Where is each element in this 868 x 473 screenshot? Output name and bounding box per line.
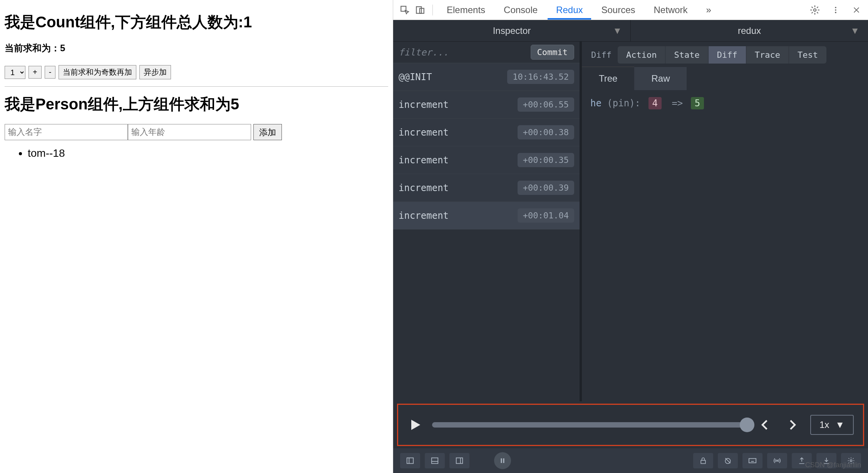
- person-inputs: 添加: [5, 124, 388, 140]
- chevron-down-icon: ▼: [850, 25, 860, 36]
- svg-rect-15: [701, 460, 705, 463]
- play-button[interactable]: [407, 417, 423, 433]
- svg-point-3: [814, 8, 816, 11]
- svg-rect-17: [749, 459, 756, 463]
- svg-point-5: [835, 9, 836, 11]
- increment-if-odd-button[interactable]: 当前求和为奇数再加: [59, 65, 136, 79]
- count-select[interactable]: 1: [5, 66, 25, 79]
- view-tab-test[interactable]: Test: [789, 46, 826, 64]
- separator: [432, 5, 433, 15]
- devtools-tabs: Elements Console Redux Sources Network »: [393, 0, 868, 20]
- tab-elements[interactable]: Elements: [438, 1, 494, 19]
- prev-button[interactable]: [756, 416, 774, 434]
- diff-old-value: 4: [648, 97, 662, 109]
- view-tab-action[interactable]: Action: [618, 46, 665, 64]
- redux-main: Commit @@INIT 10:16:43.52 increment +00:…: [393, 42, 868, 401]
- action-list: @@INIT 10:16:43.52 increment +00:06.55 i…: [393, 63, 580, 401]
- panel-bottom-icon[interactable]: [425, 453, 445, 468]
- svg-rect-1: [416, 7, 421, 13]
- name-input[interactable]: [5, 124, 128, 140]
- chevron-down-icon: ▼: [835, 419, 845, 430]
- tab-console[interactable]: Console: [495, 1, 546, 19]
- app-panel: 我是Count组件,下方组件总人数为:1 当前求和为：5 1 + - 当前求和为…: [0, 0, 393, 473]
- selector-row: Inspector ▼ redux ▼: [393, 20, 868, 42]
- view-tab-trace[interactable]: Trace: [746, 46, 789, 64]
- watermark: CSDN @fanjianlin: [805, 461, 861, 469]
- panel-left-icon[interactable]: [400, 453, 420, 468]
- timer-off-icon[interactable]: [718, 453, 738, 468]
- list-item: tom--18: [28, 147, 388, 159]
- subview-raw[interactable]: Raw: [634, 67, 687, 90]
- instance-selector[interactable]: redux ▼: [631, 20, 868, 41]
- action-item[interactable]: @@INIT 10:16:43.52: [393, 63, 580, 91]
- close-icon[interactable]: [850, 3, 863, 17]
- pause-button[interactable]: [494, 452, 511, 469]
- inspect-element-icon[interactable]: [398, 3, 412, 17]
- tab-more[interactable]: »: [698, 1, 720, 19]
- action-item[interactable]: increment +00:01.04: [393, 202, 580, 230]
- action-column: Commit @@INIT 10:16:43.52 increment +00:…: [393, 42, 582, 401]
- filter-input[interactable]: [399, 47, 527, 58]
- svg-point-23: [776, 460, 778, 461]
- kebab-icon[interactable]: [829, 3, 843, 17]
- svg-point-6: [835, 12, 836, 13]
- diff-new-value: 5: [691, 97, 704, 109]
- count-heading: 我是Count组件,下方组件总人数为:1: [5, 12, 388, 33]
- svg-rect-13: [501, 458, 502, 463]
- action-item[interactable]: increment +00:00.35: [393, 146, 580, 174]
- inspector-selector[interactable]: Inspector ▼: [393, 20, 631, 41]
- subview-tree[interactable]: Tree: [582, 67, 634, 90]
- action-item[interactable]: increment +00:06.55: [393, 91, 580, 119]
- svg-rect-9: [432, 458, 438, 464]
- next-button[interactable]: [783, 416, 801, 434]
- subview-tabs: Tree Raw: [582, 66, 868, 90]
- svg-rect-14: [503, 458, 504, 463]
- broadcast-icon[interactable]: [767, 453, 787, 468]
- inspect-column: Diff Action State Diff Trace Test Tree R…: [582, 42, 868, 401]
- svg-point-4: [835, 7, 836, 8]
- diff-content: he (pin): 4 => 5: [582, 90, 868, 401]
- tab-network[interactable]: Network: [645, 1, 696, 19]
- gear-icon[interactable]: [808, 3, 822, 17]
- keyboard-icon[interactable]: [742, 453, 762, 468]
- view-tab-state[interactable]: State: [665, 46, 708, 64]
- sum-line: 当前求和为：5: [5, 42, 388, 54]
- chevron-down-icon: ▼: [613, 25, 622, 36]
- filter-row: Commit: [393, 42, 580, 63]
- count-controls: 1 + - 当前求和为奇数再加 异步加: [5, 65, 388, 79]
- divider: [5, 86, 388, 87]
- view-tabs: Diff Action State Diff Trace Test: [582, 42, 868, 63]
- svg-rect-7: [407, 458, 414, 464]
- svg-rect-11: [456, 458, 463, 464]
- increment-button[interactable]: +: [28, 66, 42, 79]
- add-person-button[interactable]: 添加: [253, 124, 282, 140]
- view-tab-group: Action State Diff Trace Test: [618, 46, 826, 64]
- diff-key: he: [590, 98, 602, 109]
- diff-arrow: =>: [672, 98, 683, 109]
- view-label: Diff: [586, 46, 616, 64]
- device-toggle-icon[interactable]: [413, 3, 427, 17]
- person-list: tom--18: [28, 147, 388, 159]
- person-heading: 我是Person组件,上方组件求和为5: [5, 94, 388, 115]
- playback-bar: 1x ▼: [397, 404, 864, 446]
- tab-redux[interactable]: Redux: [548, 1, 591, 19]
- increment-async-button[interactable]: 异步加: [139, 65, 171, 79]
- slider-thumb[interactable]: [740, 418, 754, 432]
- action-item[interactable]: increment +00:00.38: [393, 119, 580, 146]
- panel-right-icon[interactable]: [449, 453, 469, 468]
- age-input[interactable]: [128, 124, 251, 140]
- redux-panel: Inspector ▼ redux ▼ Commit @@INIT 10:16:…: [393, 20, 868, 473]
- decrement-button[interactable]: -: [45, 66, 56, 79]
- commit-button[interactable]: Commit: [531, 45, 574, 60]
- lock-icon[interactable]: [693, 453, 713, 468]
- devtools: Elements Console Redux Sources Network »…: [393, 0, 868, 473]
- tab-sources[interactable]: Sources: [593, 1, 643, 19]
- diff-pin: (pin):: [607, 98, 640, 109]
- speed-selector[interactable]: 1x ▼: [810, 415, 854, 435]
- bottom-toolbar: [393, 448, 868, 473]
- playback-slider[interactable]: [432, 422, 747, 428]
- view-tab-diff[interactable]: Diff: [709, 46, 746, 64]
- action-item[interactable]: increment +00:00.39: [393, 174, 580, 202]
